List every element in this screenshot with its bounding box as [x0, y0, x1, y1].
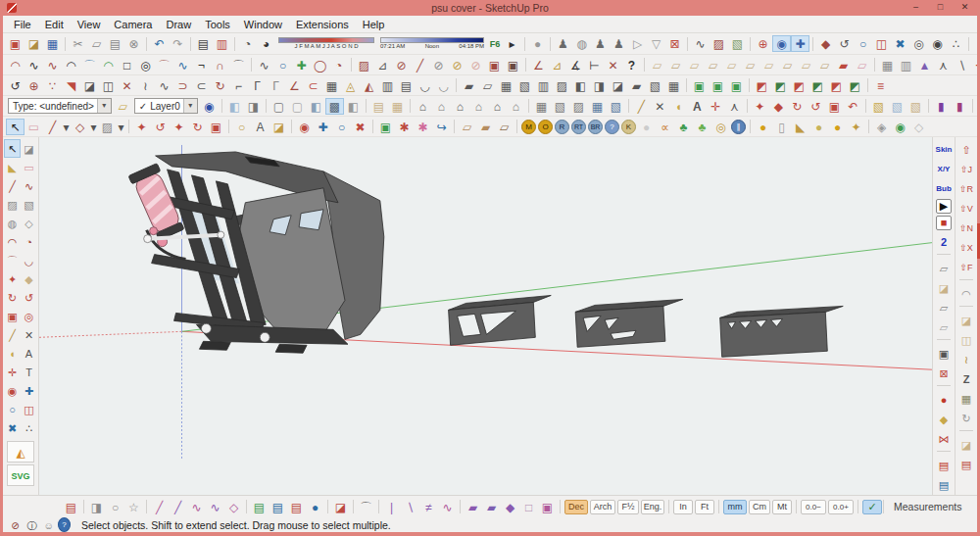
arrow-blue-icon[interactable]: ↪: [432, 119, 451, 135]
plane-1-icon[interactable]: ▷: [628, 35, 647, 52]
dim-cross-icon[interactable]: ✕: [604, 57, 622, 73]
iso-view-icon[interactable]: ⌂: [414, 98, 432, 115]
scale-tool-icon[interactable]: ✦: [170, 119, 188, 135]
label-tool-icon[interactable]: A: [251, 119, 270, 135]
extrude-8-icon[interactable]: ◨: [590, 77, 609, 94]
back-view-icon[interactable]: ⌂: [488, 98, 507, 115]
bezier-tool-icon[interactable]: ◡: [21, 251, 37, 269]
frog-1-icon[interactable]: ♣: [674, 119, 693, 135]
tri-flag-icon[interactable]: ◬: [341, 77, 360, 94]
hidden-line-icon[interactable]: ▢: [288, 98, 307, 115]
sweep-icon[interactable]: ◡: [434, 77, 453, 94]
book-red-2-icon[interactable]: ▤: [956, 454, 976, 473]
shadow-time-slider[interactable]: 07:21 AM Noon 04:18 PM: [380, 37, 484, 50]
extrude-4-icon[interactable]: ▧: [515, 77, 534, 94]
arc-8-icon[interactable]: ¬: [192, 57, 211, 73]
model-psu-cover-3[interactable]: [720, 306, 844, 357]
cursor-arrows-icon[interactable]: ▸: [503, 35, 521, 52]
poly-purple-3-icon[interactable]: ◆: [501, 499, 519, 515]
layout-7-icon[interactable]: ⊘: [466, 57, 485, 73]
shadows-dialog-icon[interactable]: ◕: [257, 35, 275, 52]
follow-red-icon[interactable]: ↺: [807, 98, 825, 115]
bubble-tool-icon[interactable]: Bub: [934, 178, 954, 198]
component-1-icon[interactable]: ▦: [532, 98, 551, 115]
shadows-toggle-icon[interactable]: ◔: [238, 35, 257, 52]
pan-hand-icon[interactable]: ✚: [314, 119, 332, 135]
component-3-icon[interactable]: ▨: [569, 98, 588, 115]
layers-globe-icon[interactable]: ●: [306, 499, 324, 515]
red-axes-icon[interactable]: ✛: [971, 57, 977, 73]
poly-square-icon[interactable]: □: [519, 499, 538, 515]
book-blue-icon[interactable]: ▤: [934, 474, 954, 494]
cylinder-1-icon[interactable]: ▮: [932, 98, 951, 115]
paper-fold-1-icon[interactable]: ◪: [956, 310, 976, 329]
menu-camera[interactable]: Camera: [107, 19, 159, 30]
sketchy-mode-icon[interactable]: ▤: [369, 98, 388, 115]
back-edges-icon[interactable]: ◨: [244, 98, 263, 115]
cylinder-2-icon[interactable]: ▮: [951, 98, 969, 115]
pair-tool-2-icon[interactable]: ◩: [771, 77, 790, 94]
tape-measure-icon[interactable]: ╱: [632, 98, 651, 115]
camera-tool-icon[interactable]: ▣: [934, 343, 954, 363]
plant-red-icon[interactable]: ●: [934, 389, 954, 409]
mirror-plugin-icon[interactable]: ◭: [7, 441, 34, 463]
text-tool-icon[interactable]: A: [21, 344, 37, 363]
person-1-icon[interactable]: ♟: [554, 35, 572, 52]
coin-3-icon[interactable]: ●: [828, 119, 847, 135]
sketchy-paper-3-icon[interactable]: ▱: [685, 57, 704, 73]
hand-curve-icon[interactable]: ◡: [416, 77, 434, 94]
circle-shape-icon[interactable]: ◎: [136, 57, 155, 73]
skin-tool-icon[interactable]: Skin: [934, 139, 954, 159]
undo-icon[interactable]: ↶: [150, 35, 169, 52]
units-mm-icon[interactable]: mm: [723, 500, 747, 514]
polyline-icon[interactable]: ∿: [173, 57, 192, 73]
units-in-icon[interactable]: In: [673, 500, 693, 514]
layout-5-icon[interactable]: ⊘: [429, 57, 448, 73]
sketchy-paper-9-icon[interactable]: ▱: [797, 57, 815, 73]
maximize-button[interactable]: □: [928, 0, 953, 16]
play-button-icon[interactable]: ▶: [936, 199, 952, 214]
offset-arc-icon[interactable]: ↺: [6, 77, 24, 94]
apply-check-icon[interactable]: ✓: [862, 500, 882, 514]
rotate-tool-icon[interactable]: ↻: [4, 288, 21, 307]
poly-purple-1-icon[interactable]: ▰: [464, 499, 482, 515]
units-cm-icon[interactable]: Cm: [749, 500, 770, 514]
select-icon[interactable]: ↖: [6, 119, 24, 135]
print-icon[interactable]: ▤: [194, 35, 213, 52]
line-style-4-icon[interactable]: ∿: [438, 499, 457, 515]
green-tool-1-icon[interactable]: ▣: [690, 77, 709, 94]
layout-3-icon[interactable]: ⊘: [392, 57, 411, 73]
move-red-icon[interactable]: ✦: [751, 98, 769, 115]
share-model-icon[interactable]: ▥: [213, 35, 231, 52]
section-cube-3-icon[interactable]: ▧: [906, 98, 925, 115]
extrude-2-icon[interactable]: ▱: [478, 77, 497, 94]
shield-icon[interactable]: ◈: [872, 119, 891, 135]
menu-edit[interactable]: Edit: [38, 19, 71, 30]
axes-rgb-icon[interactable]: ✛: [707, 98, 725, 115]
fish-icon[interactable]: ∝: [656, 119, 674, 135]
gamma-2-icon[interactable]: Γ: [267, 77, 285, 94]
line-style-3-icon[interactable]: ≠: [419, 499, 438, 515]
paint-bucket-icon[interactable]: ◣: [4, 158, 21, 176]
star-tool-icon[interactable]: ☆: [124, 499, 143, 515]
extrude-6-icon[interactable]: ▨: [553, 77, 571, 94]
rectangle-tool-icon[interactable]: ▨: [4, 195, 21, 214]
component-5-icon[interactable]: ▧: [607, 98, 625, 115]
sketchy-2-icon[interactable]: ▰: [476, 119, 495, 135]
xray-mode-icon[interactable]: ◧: [225, 98, 244, 115]
menu-draw[interactable]: Draw: [159, 19, 198, 30]
arc-1-icon[interactable]: ◠: [6, 57, 24, 73]
spring-curve-icon[interactable]: ≀: [136, 77, 155, 94]
extrude-cyl-icon[interactable]: ◨: [87, 499, 106, 515]
model-pc-case[interactable]: [128, 152, 384, 353]
units-arch-icon[interactable]: Arch: [590, 500, 615, 514]
component-tool-icon[interactable]: ◪: [21, 139, 37, 158]
zoom-extents-icon[interactable]: ✖: [891, 35, 909, 52]
paper-fold-2-icon[interactable]: ◫: [956, 329, 976, 349]
zoom-icon[interactable]: ○: [854, 35, 872, 52]
stamp-2-icon[interactable]: ▤: [397, 77, 416, 94]
copy-tool-1-icon[interactable]: ▱: [934, 258, 954, 277]
swirl-icon[interactable]: ↻: [211, 77, 229, 94]
style-green-icon[interactable]: ▣: [376, 119, 395, 135]
extrude-5-icon[interactable]: ▥: [534, 77, 553, 94]
